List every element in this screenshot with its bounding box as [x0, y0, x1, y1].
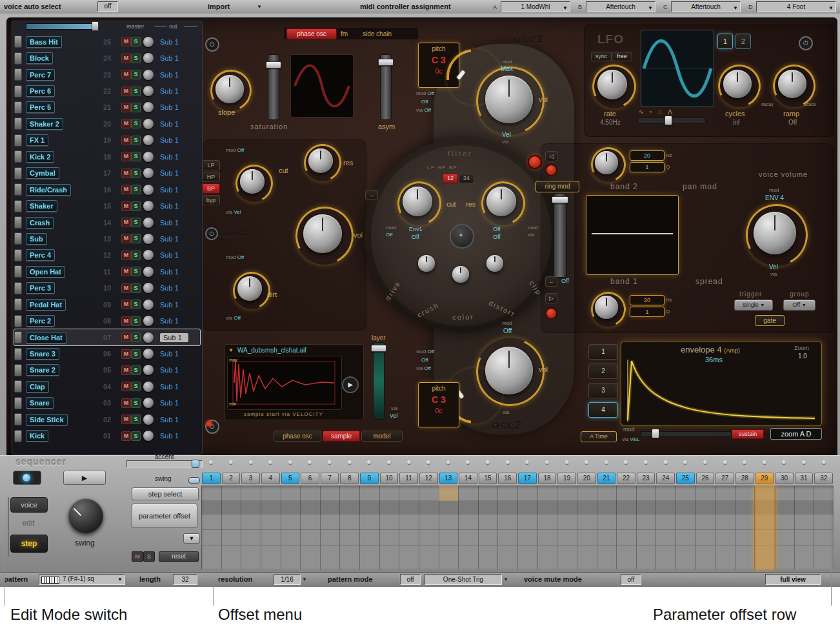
- step-button-27[interactable]: 27: [715, 473, 734, 484]
- band2-knob[interactable]: [595, 151, 618, 174]
- trigger-led[interactable]: [261, 460, 281, 465]
- voice-solo-button[interactable]: S: [131, 87, 141, 96]
- voice-output-select[interactable]: Sub 1: [160, 268, 179, 276]
- cycles-value[interactable]: inf: [733, 119, 740, 126]
- voice-drag-handle[interactable]: [14, 150, 22, 163]
- parameter-offset-active-column[interactable]: [754, 486, 775, 569]
- voice-drag-handle[interactable]: [14, 364, 22, 376]
- voice-pan-knob[interactable]: [143, 70, 154, 80]
- resolution-dropdown-icon[interactable]: ▼: [302, 577, 307, 582]
- noise-dirt-knob[interactable]: [237, 276, 262, 301]
- step-button-8[interactable]: 8: [340, 473, 359, 484]
- step-button-18[interactable]: 18: [538, 473, 557, 484]
- trigger-led[interactable]: [399, 460, 419, 465]
- filter-cut-mod-off[interactable]: Off: [386, 232, 393, 238]
- ring-mod-label[interactable]: ring mod: [535, 181, 579, 192]
- envelope-display[interactable]: envelope 4 (Amp) 36ms Zoom 1.0: [621, 341, 822, 426]
- osc1-vol-via-value[interactable]: Vel: [502, 131, 511, 138]
- trig-mode-dropdown-icon[interactable]: ▼: [503, 577, 508, 582]
- lfo-wave-display[interactable]: [641, 30, 714, 107]
- voice-solo-button[interactable]: S: [131, 185, 141, 194]
- filter-mode-byp[interactable]: byp: [202, 195, 220, 205]
- voice-solo-button[interactable]: S: [131, 398, 141, 408]
- voice-solo-button[interactable]: S: [131, 414, 141, 424]
- band2-freq-field[interactable]: 20: [630, 150, 665, 161]
- via-value[interactable]: Vel: [234, 209, 241, 215]
- voice-solo-button[interactable]: S: [131, 103, 141, 112]
- voice-name[interactable]: Kick 2: [26, 151, 54, 163]
- trigger-led[interactable]: [241, 460, 261, 465]
- voice-pan-knob[interactable]: [143, 53, 154, 63]
- filter-center-button[interactable]: ▲: [450, 224, 474, 249]
- voice-name[interactable]: Perc 2: [26, 315, 55, 327]
- voice-mute-button[interactable]: M: [121, 54, 131, 63]
- step-button-6[interactable]: 6: [301, 473, 319, 484]
- slope-knob[interactable]: [215, 75, 244, 103]
- assignment-d-select[interactable]: 4 Foot ▼: [756, 1, 836, 12]
- voice-pan-knob[interactable]: [143, 218, 154, 228]
- layer-slider[interactable]: [373, 342, 385, 420]
- voice-row[interactable]: Snare03MSSub 1: [14, 395, 200, 411]
- osc2-vol-mod-value[interactable]: Off: [503, 327, 512, 334]
- band-display[interactable]: [586, 195, 679, 275]
- voice-mute-button[interactable]: M: [121, 37, 131, 46]
- trigger-led[interactable]: [755, 460, 775, 465]
- sample-play-button[interactable]: ▶: [342, 376, 359, 393]
- osc1-power-button[interactable]: ⏻: [205, 37, 219, 52]
- trigger-led[interactable]: [675, 460, 695, 465]
- parameter-offset-button[interactable]: parameter offset: [132, 504, 197, 528]
- step-button-23[interactable]: 23: [637, 473, 655, 484]
- step-select-button[interactable]: step select: [132, 487, 199, 500]
- voice-mute-button[interactable]: M: [121, 251, 131, 260]
- voice-pan-knob[interactable]: [143, 332, 154, 343]
- voice-output-select[interactable]: Sub 1: [160, 432, 179, 440]
- voice-name[interactable]: Open Hat: [26, 266, 65, 278]
- voice-drag-handle[interactable]: [14, 101, 22, 114]
- trigger-led[interactable]: [439, 460, 459, 465]
- voice-drag-handle[interactable]: [14, 52, 22, 65]
- osc2-pitch-cents[interactable]: 0c: [419, 407, 459, 414]
- step-button-9[interactable]: 9: [360, 473, 379, 484]
- voice-name[interactable]: FX 1: [26, 134, 48, 146]
- voice-drag-handle[interactable]: [14, 380, 22, 393]
- voice-solo-button[interactable]: S: [131, 431, 141, 441]
- voice-output-select[interactable]: Sub 1: [160, 103, 179, 111]
- voice-mute-button[interactable]: M: [121, 234, 131, 243]
- voice-solo-button[interactable]: S: [131, 332, 141, 342]
- voice-drag-handle[interactable]: [14, 85, 22, 97]
- voice-row[interactable]: Perc 208MSSub 1: [14, 312, 200, 329]
- band1-knob[interactable]: [595, 296, 618, 319]
- trigger-led[interactable]: [695, 460, 715, 465]
- voice-pan-knob[interactable]: [143, 37, 154, 47]
- voice-output-select[interactable]: Sub 1: [160, 186, 179, 194]
- voice-name[interactable]: Block: [26, 52, 53, 64]
- voice-mute-button[interactable]: M: [121, 300, 131, 309]
- osc2-tab-sample[interactable]: sample: [323, 431, 360, 442]
- osc1-tab-side-chain[interactable]: side chain: [363, 30, 392, 37]
- lfo-waveshape-handle[interactable]: [665, 116, 672, 125]
- rate-knob[interactable]: [597, 70, 627, 99]
- voice-pan-knob[interactable]: [143, 152, 154, 162]
- step-button-5[interactable]: 5: [281, 473, 300, 484]
- voice-mute-button[interactable]: M: [121, 316, 131, 326]
- voice-row[interactable]: Block24MSSub 1: [14, 50, 200, 66]
- band2-via-button[interactable]: ◁: [545, 151, 557, 161]
- voice-name[interactable]: Perc 5: [26, 101, 55, 113]
- osc1-tab-fm[interactable]: fm: [341, 30, 348, 37]
- voice-output-select[interactable]: Sub 1: [160, 251, 179, 259]
- voice-output-select[interactable]: Sub 1: [160, 202, 179, 210]
- layer-handle[interactable]: [371, 345, 386, 352]
- voice-pan-knob[interactable]: [143, 135, 154, 145]
- voice-drag-handle[interactable]: [14, 315, 22, 327]
- voice-name[interactable]: Shaker 2: [26, 118, 63, 130]
- trigger-led[interactable]: [715, 460, 735, 465]
- voice-mute-button[interactable]: M: [121, 185, 131, 194]
- voice-output-select[interactable]: Sub 1: [160, 54, 179, 62]
- voice-pan-knob[interactable]: [143, 267, 154, 277]
- step-button-15[interactable]: 15: [479, 473, 497, 484]
- voice-pan-knob[interactable]: [143, 431, 154, 441]
- voice-row[interactable]: Sub13MSSub 1: [14, 230, 200, 247]
- voice-mute-button[interactable]: M: [121, 365, 131, 375]
- step-button-30[interactable]: 30: [775, 473, 794, 484]
- trigger-led[interactable]: [379, 460, 399, 465]
